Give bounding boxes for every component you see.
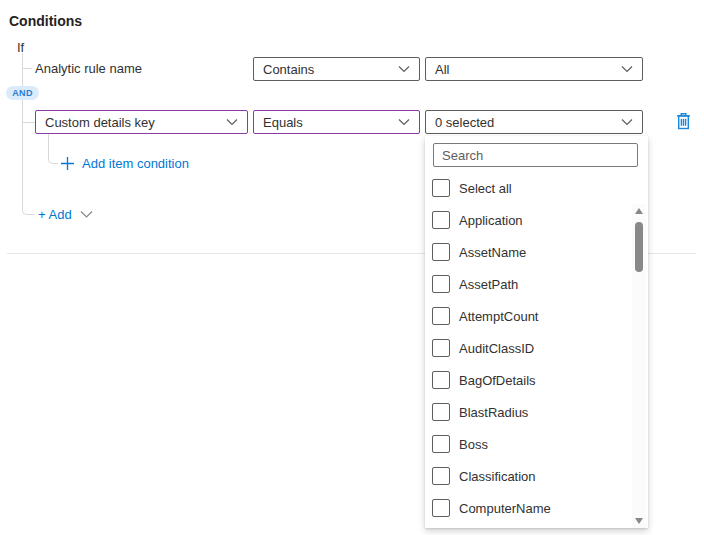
add-item-condition-label: Add item condition [82, 156, 189, 171]
list-item[interactable]: AssetName [425, 236, 635, 268]
if-label: If [17, 40, 24, 55]
option-label: BagOfDetails [459, 373, 536, 388]
dropdown-value: Contains [263, 62, 314, 77]
checkbox[interactable] [432, 307, 450, 325]
dropdown-value: Custom details key [45, 115, 155, 130]
dropdown-value: 0 selected [435, 115, 494, 130]
panel-scrollbar[interactable] [632, 204, 646, 528]
option-label: BlastRadius [459, 405, 528, 420]
option-label: Boss [459, 437, 488, 452]
checkbox[interactable] [432, 499, 450, 517]
list-item[interactable]: BlastRadius [425, 396, 635, 428]
chevron-down-icon [80, 210, 93, 219]
search-input[interactable] [433, 143, 638, 167]
checkbox[interactable] [432, 211, 450, 229]
option-label: AssetPath [459, 277, 518, 292]
checkbox[interactable] [432, 275, 450, 293]
chevron-down-icon [226, 118, 238, 126]
option-label: Select all [459, 181, 512, 196]
checkbox[interactable] [432, 467, 450, 485]
list-item[interactable]: BagOfDetails [425, 364, 635, 396]
dropdown-value: Equals [263, 115, 303, 130]
option-label: AttemptCount [459, 309, 539, 324]
tree-vertical-line [22, 53, 23, 204]
trash-icon [675, 112, 692, 133]
list-item[interactable]: AssetPath [425, 268, 635, 300]
operator-dropdown-row1[interactable]: Contains [253, 57, 420, 81]
subtree-corner [48, 152, 58, 164]
list-item[interactable]: AuditClassID [425, 332, 635, 364]
add-label: + Add [38, 207, 72, 222]
tree-connector-row1 [22, 68, 32, 69]
add-item-condition-link[interactable]: Add item condition [60, 154, 189, 172]
list-item[interactable]: AttemptCount [425, 300, 635, 332]
list-item[interactable]: Application [425, 204, 635, 236]
chevron-down-icon [398, 65, 410, 73]
checkbox[interactable] [432, 403, 450, 421]
value-dropdown-row1[interactable]: All [425, 57, 643, 81]
checkbox[interactable] [432, 435, 450, 453]
and-operator-badge: AND [6, 86, 39, 100]
option-label: ComputerName [459, 501, 551, 516]
checkbox[interactable] [432, 339, 450, 357]
field-dropdown-row2[interactable]: Custom details key [35, 110, 248, 134]
option-label: AuditClassID [459, 341, 534, 356]
option-label: Classification [459, 469, 536, 484]
option-label: Application [459, 213, 523, 228]
tree-connector-row2 [22, 122, 35, 123]
option-label: AssetName [459, 245, 526, 260]
list-item[interactable]: Boss [425, 428, 635, 460]
chevron-down-icon [621, 118, 633, 126]
scroll-up-arrow-icon[interactable] [635, 208, 643, 214]
page-title: Conditions [9, 13, 82, 29]
operator-dropdown-row2[interactable]: Equals [253, 110, 420, 134]
checkbox[interactable] [432, 179, 450, 197]
multiselect-dropdown-panel: Select all Application AssetName AssetPa… [425, 136, 648, 528]
checkbox[interactable] [432, 371, 450, 389]
add-condition-link[interactable]: + Add [38, 206, 93, 222]
list-item[interactable]: Classification [425, 460, 635, 492]
list-item[interactable]: ComputerName [425, 492, 635, 524]
chevron-down-icon [398, 118, 410, 126]
value-dropdown-row2[interactable]: 0 selected [425, 110, 643, 134]
subtree-vertical-line [48, 134, 49, 152]
delete-condition-button[interactable] [672, 111, 694, 133]
dropdown-value: All [435, 62, 449, 77]
tree-corner-add [22, 204, 34, 215]
scroll-down-arrow-icon[interactable] [635, 518, 643, 524]
chevron-down-icon [621, 65, 633, 73]
scrollbar-thumb[interactable] [635, 222, 643, 272]
checkbox[interactable] [432, 243, 450, 261]
condition-field-label: Analytic rule name [35, 61, 142, 76]
plus-icon [60, 156, 75, 171]
select-all-option[interactable]: Select all [425, 172, 635, 204]
